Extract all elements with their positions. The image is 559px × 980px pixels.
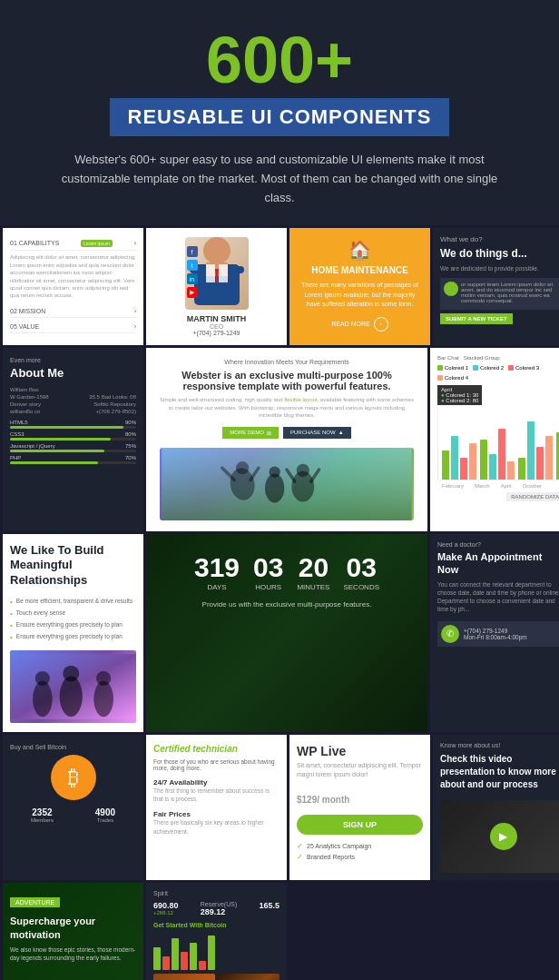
svg-point-14 (297, 463, 309, 476)
svg-point-24 (93, 681, 113, 717)
info-row-4: williamBo.co+(706 279-8502) (10, 409, 136, 414)
adventure-card: ADVENTURE Supercharge your motivation We… (3, 883, 143, 980)
more-demo-button[interactable]: MORE DEMO ⊞ (222, 427, 279, 439)
svg-rect-8 (162, 448, 412, 520)
appt-need-label: Need a doctor? (437, 541, 559, 548)
chart-color-legend: Colored 1 Colored 2 Colored 3 Colored 4 (437, 365, 559, 381)
get-started-label: Get Started With Bitcoin (153, 922, 280, 928)
wp-title: WP Live (297, 744, 423, 758)
food-image-1: Post film image (153, 974, 215, 980)
svg-rect-7 (228, 266, 244, 273)
hm-desc: There are many variations of passages of… (299, 281, 421, 310)
play-button[interactable]: ▶ (490, 823, 517, 850)
info-row-1: William Boo (10, 387, 136, 392)
linkedin-icon[interactable]: in (187, 273, 198, 284)
check-icon-2: ✓ (297, 853, 303, 861)
countdown-card: 319 Days 03 Hours 20 Minutes 03 Seconds … (146, 534, 427, 733)
food-image-2 (218, 974, 280, 980)
wp-price: $129/ month (297, 787, 423, 807)
read-more-button[interactable]: READ MORE › (299, 317, 421, 332)
reply-text: ur support team Lorem ipsum dolor sit am… (461, 282, 559, 303)
row3: We Like To Build Meaningful Relationship… (3, 534, 556, 733)
cap-label1: 01 CAPABILITYS Lorem ipsum › (10, 237, 136, 251)
video-title: Check this video presentation to know mo… (440, 753, 559, 791)
skill-js: Javascript / jQuery75% (10, 443, 136, 452)
svg-point-23 (63, 666, 79, 682)
rel-point-2: Touch every sense (10, 608, 136, 619)
wwd-label: What we do? (440, 235, 559, 243)
hm-title: HOME MAINTENANCE (299, 265, 421, 275)
randomize-button[interactable]: RANDOMIZE DATA (506, 492, 559, 501)
btc-stat-1: 2352 Members (31, 807, 54, 823)
appointment-card: Need a doctor? Make An Appointment Now Y… (430, 534, 559, 733)
submit-ticket-button[interactable]: SUBMIT A NEW TICKET (440, 313, 513, 324)
chart-area (437, 408, 559, 480)
wp-live-card: WP Live Sit amet, consectetur adipiscing… (289, 735, 430, 880)
wp-desc: Sit amet, consectetur adipiscing elit. T… (297, 761, 423, 779)
svg-rect-5 (219, 264, 228, 282)
mp-desc: Simple and well-structured coding, high … (160, 396, 414, 419)
adventure-desc: We also know those epic stories, those m… (10, 945, 136, 962)
countdown-minutes: 20 Minutes (297, 552, 329, 591)
profile-title: CEO (153, 323, 280, 330)
video-play-area[interactable]: ▶ (440, 800, 559, 873)
info-row-2: W Garden-159835.5 Bad Looks: 08 (10, 394, 136, 400)
certified-card: Certified technician For those of you wh… (146, 735, 287, 880)
hero-section: 600+ REUSABLE UI COMPONENTS Webster's 60… (0, 0, 559, 225)
btc-label: Buy and Sell Bitcoin (10, 744, 136, 750)
countdown-numbers: 319 Days 03 Hours 20 Minutes 03 Seconds (160, 552, 414, 591)
home-icon: 🏠 (299, 239, 421, 261)
wwd-title: We do things d... (440, 247, 559, 260)
arrow-circle-icon: › (374, 317, 388, 332)
appt-title: Make An Appointment Now (437, 550, 559, 577)
rel-point-3: Ensure everything goes precisely to plan (10, 619, 136, 631)
bitcoin-icon: ₿ (51, 755, 96, 800)
chart-group-mar (480, 429, 515, 480)
capability-card: 01 CAPABILITYS Lorem ipsum › Adipiscing … (3, 228, 143, 345)
purchase-now-button[interactable]: PURCHASE NOW ▲ (283, 427, 351, 439)
appt-phone: +(704) 279-1249 (464, 628, 527, 634)
appt-info: +(704) 279-1249 Mon-Fri 8:00am-4:00pm (464, 628, 527, 640)
crypto-mini-chart (153, 934, 280, 970)
cert-point-1: 24/7 Availability The first thing to rem… (153, 778, 280, 803)
certified-title: Certified technician (153, 744, 280, 754)
cap-label3: 05 VALUE› (10, 321, 136, 333)
check-icon-1: ✓ (297, 842, 303, 850)
svg-rect-4 (206, 264, 215, 282)
hero-description: Webster's 600+ super easy to use and cus… (53, 151, 506, 207)
crypto-row-1: 690.80 +289.12 Reserve(US) 289.12 165.5 (153, 901, 280, 916)
countdown-desc: Provide us with the exclusive multi-purp… (160, 600, 414, 609)
facebook-icon[interactable]: f (187, 246, 198, 257)
cert-intro: For those of you who are serious about h… (153, 758, 280, 771)
food-images: Post film image (153, 974, 280, 980)
wp-feature-1: ✓ 25 Analytics Campaign (297, 842, 423, 850)
adventure-badge: ADVENTURE (10, 897, 60, 907)
know-more-label: Know more about us! (440, 742, 559, 748)
chart-card: Bar Chat Stacked Group Colored 1 Colored… (430, 348, 559, 530)
wwd-desc: We are dedicated to provide possible. (440, 264, 559, 272)
countdown-hours: 03 Hours (253, 552, 283, 591)
svg-point-20 (33, 681, 53, 717)
hero-subtitle: REUSABLE UI COMPONENTS (110, 98, 450, 136)
signup-button[interactable]: SIGN UP (297, 815, 423, 835)
svg-point-12 (269, 466, 280, 477)
about-me-card: Even more About Me William Boo W Garden-… (3, 348, 143, 530)
wp-feature-2: ✓ Branded Reports (297, 853, 423, 861)
row5: ADVENTURE Supercharge your motivation We… (3, 883, 556, 980)
hero-number: 600+ (36, 27, 523, 93)
rel-point-4: Ensure everything goes precisely to plan (10, 631, 136, 643)
profile-phone: +(704) 279-1249 (153, 330, 280, 336)
youtube-icon[interactable]: ▶ (187, 287, 198, 298)
about-me-title: About Me (10, 366, 136, 380)
multi-purpose-card: Where Innovation Meets Your Requirements… (146, 348, 427, 530)
row1: 01 CAPABILITYS Lorem ipsum › Adipiscing … (3, 228, 556, 345)
skill-css3: CSS380% (10, 431, 136, 441)
svg-point-10 (236, 461, 249, 474)
row2: Even more About Me William Boo W Garden-… (3, 348, 556, 530)
mp-buttons: MORE DEMO ⊞ PURCHASE NOW ▲ (160, 427, 414, 439)
skill-html5: HTML590% (10, 420, 136, 429)
rel-title: We Like To Build Meaningful Relationship… (10, 543, 136, 589)
skills-section: HTML590% CSS380% Javascript / jQuery75% … (10, 420, 136, 464)
twitter-icon[interactable]: t (187, 260, 198, 271)
person-illustration (190, 237, 244, 305)
